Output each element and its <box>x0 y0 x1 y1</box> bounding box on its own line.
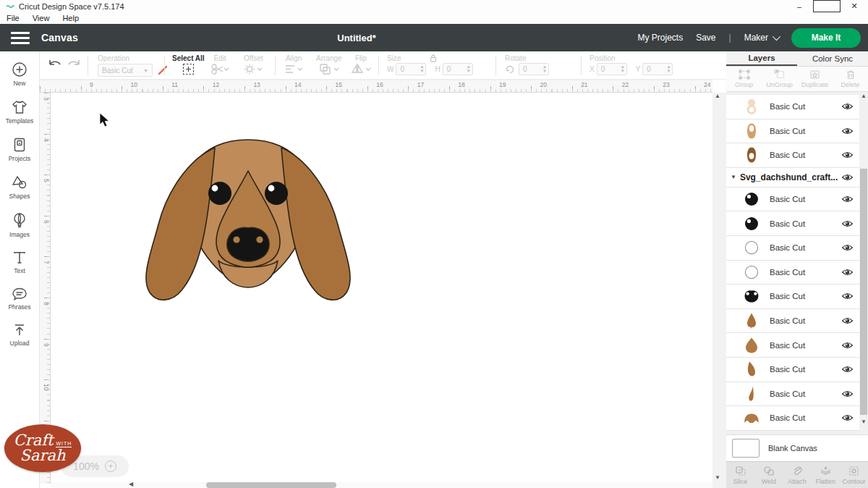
lock-icon[interactable] <box>430 54 437 62</box>
menu-file[interactable]: File <box>0 14 26 22</box>
dog-right-ear <box>281 148 350 300</box>
ruler-tick-label: 9 <box>41 340 50 382</box>
layer-row[interactable]: Basic Cut <box>726 358 859 382</box>
visibility-eye-icon[interactable] <box>841 366 854 374</box>
dachshund-artwork[interactable] <box>127 138 369 306</box>
blank-canvas-row[interactable]: Blank Canvas <box>726 434 868 461</box>
visibility-eye-icon[interactable] <box>841 151 854 159</box>
ruler-tick-label: 3 <box>41 94 50 135</box>
layer-row[interactable]: Basic Cut <box>726 309 859 334</box>
document-title[interactable]: Untitled* <box>337 33 375 43</box>
height-input[interactable]: 0▲▼ <box>443 63 473 75</box>
panel-tabs: Layers Color Sync <box>726 51 868 67</box>
my-projects-link[interactable]: My Projects <box>637 33 683 43</box>
canvas-horizontal-scrollbar[interactable]: ◀ <box>51 482 712 488</box>
sidebar-item-upload[interactable]: Upload <box>0 321 39 348</box>
layer-row[interactable]: Basic Cut <box>726 143 859 168</box>
layer-list: Basic Cut Basic Cut Basic Cut ▼ Svg_dach… <box>726 92 868 434</box>
minimize-button[interactable]: – <box>786 0 813 12</box>
menu-bar: File View Help <box>0 12 868 24</box>
sidebar-item-templates[interactable]: Templates <box>0 98 39 126</box>
scrollbar-thumb[interactable] <box>860 169 867 415</box>
scroll-down-arrow-icon[interactable]: ▼ <box>861 419 867 425</box>
layer-row[interactable]: Basic Cut <box>726 285 859 309</box>
visibility-eye-icon[interactable] <box>841 173 854 181</box>
tab-color-sync[interactable]: Color Sync <box>797 51 868 66</box>
phrases-icon <box>12 287 27 301</box>
layer-actions-bar: Group UnGroup Duplicate Delete <box>726 67 868 92</box>
visibility-eye-icon[interactable] <box>841 317 854 325</box>
delete-icon <box>846 70 855 80</box>
offset-button: Offset <box>244 54 263 78</box>
scroll-down-arrow-icon[interactable]: ▼ <box>715 475 720 481</box>
ungroup-icon <box>774 70 786 80</box>
sidebar-item-phrases[interactable]: Phrases <box>0 285 39 312</box>
layer-row[interactable]: Basic Cut <box>726 211 859 236</box>
visibility-eye-icon[interactable] <box>841 390 854 397</box>
ruler-tick-label: 8 <box>41 299 50 340</box>
redo-icon[interactable] <box>66 59 82 72</box>
operation-select[interactable]: Basic Cut▼ <box>98 64 153 77</box>
ruler-tick-label: 21 <box>579 80 620 92</box>
visibility-eye-icon[interactable] <box>841 268 854 276</box>
select-all-button[interactable]: Select All <box>172 54 205 78</box>
layer-row[interactable]: Basic Cut <box>726 333 859 358</box>
position-y-input[interactable]: 0▲▼ <box>642 63 673 75</box>
scroll-up-arrow-icon[interactable]: ▲ <box>861 93 867 99</box>
layer-row[interactable]: Basic Cut <box>726 382 859 407</box>
layer-row[interactable]: Basic Cut <box>726 261 859 285</box>
layer-row[interactable]: Basic Cut <box>726 406 859 431</box>
tab-layers[interactable]: Layers <box>726 51 797 66</box>
visibility-eye-icon[interactable] <box>841 414 854 422</box>
weld-button: Weld <box>754 462 783 488</box>
layers-scrollbar[interactable]: ▲ ▼ <box>859 92 868 434</box>
make-it-button[interactable]: Make It <box>791 28 861 48</box>
restore-button[interactable] <box>813 0 841 12</box>
layer-row[interactable]: Basic Cut <box>726 188 859 212</box>
scroll-left-arrow-icon[interactable]: ◀ <box>129 481 133 487</box>
scrollbar-thumb[interactable] <box>206 482 336 488</box>
flatten-icon <box>820 466 832 476</box>
page-title: Canvas <box>41 32 78 43</box>
select-all-icon <box>182 63 195 75</box>
zoom-in-icon[interactable]: + <box>105 460 116 472</box>
visibility-eye-icon[interactable] <box>841 341 854 349</box>
menu-view[interactable]: View <box>26 14 56 22</box>
undo-icon[interactable] <box>47 59 63 72</box>
layer-row[interactable]: Basic Cut <box>726 95 859 119</box>
scroll-up-arrow-icon[interactable]: ▲ <box>715 93 720 99</box>
operation-group: Operation Basic Cut▼ <box>98 54 168 77</box>
position-x-input[interactable]: 0▲▼ <box>597 63 627 75</box>
text-icon <box>12 251 27 265</box>
ruler-tick-label: 10 <box>41 381 50 422</box>
canvas-vertical-scrollbar[interactable]: ▲ ▼ <box>712 93 726 488</box>
flatten-button: Flatten <box>812 462 840 488</box>
visibility-eye-icon[interactable] <box>841 195 854 203</box>
sidebar-item-projects[interactable]: Projects <box>0 135 39 164</box>
layer-row[interactable]: Basic Cut <box>726 119 859 144</box>
sidebar-item-new[interactable]: New <box>0 60 39 88</box>
width-input[interactable]: 0▲▼ <box>396 63 426 75</box>
collapse-triangle-icon[interactable]: ▼ <box>731 174 736 180</box>
sidebar-item-images[interactable]: Images <box>0 211 39 240</box>
visibility-eye-icon[interactable] <box>841 219 854 227</box>
app-header: Canvas Untitled* My Projects Save | Make… <box>0 24 868 51</box>
layer-tools-bar: Slice Weld Attach Flatten Contour <box>726 461 868 488</box>
sidebar-item-shapes[interactable]: Shapes <box>0 173 39 201</box>
visibility-eye-icon[interactable] <box>841 127 854 135</box>
visibility-eye-icon[interactable] <box>841 293 854 300</box>
machine-selector[interactable]: Maker <box>744 33 778 43</box>
layer-row[interactable]: Basic Cut <box>726 236 859 261</box>
linetype-swatch-icon[interactable] <box>158 65 168 75</box>
close-button[interactable]: ✕ <box>841 0 868 12</box>
visibility-eye-icon[interactable] <box>841 244 854 252</box>
layer-group-header[interactable]: ▼ Svg_dachshund_craft... <box>726 168 859 188</box>
visibility-eye-icon[interactable] <box>841 103 854 111</box>
hamburger-menu-icon[interactable] <box>11 29 30 47</box>
rotate-input[interactable]: 0▲▼ <box>519 63 549 75</box>
menu-help[interactable]: Help <box>56 14 85 22</box>
sidebar-item-text[interactable]: Text <box>0 249 39 276</box>
save-link[interactable]: Save <box>696 33 715 43</box>
ruler-tick-label: 9 <box>88 80 129 92</box>
dog-nostril-right <box>256 236 263 243</box>
